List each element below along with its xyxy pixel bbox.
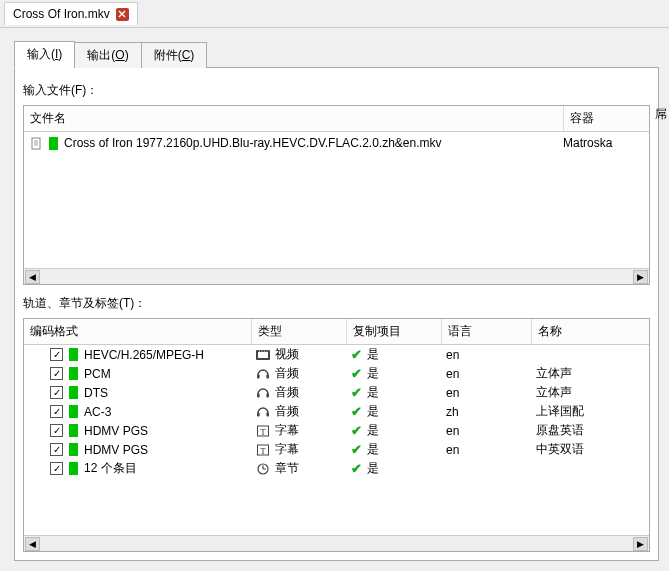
track-copy: 是	[367, 460, 379, 477]
track-list: 编码格式 类型 复制项目 语言 名称 ✓HEVC/H.265/MPEG-H视频✔…	[23, 318, 650, 552]
check-icon: ✔	[351, 461, 362, 476]
track-row[interactable]: ✓HDMV PGST字幕✔是en原盘英语	[24, 421, 649, 440]
file-list-header: 文件名 容器	[24, 106, 649, 132]
check-icon: ✔	[351, 385, 362, 400]
file-name: Cross of Iron 1977.2160p.UHD.Blu-ray.HEV…	[64, 136, 557, 150]
track-row[interactable]: ✓AC-3音频✔是zh上译国配	[24, 402, 649, 421]
track-type: 音频	[275, 384, 299, 401]
svg-rect-7	[257, 374, 260, 378]
track-row[interactable]: ✓HEVC/H.265/MPEG-H视频✔是en	[24, 345, 649, 364]
track-type: 章节	[275, 460, 299, 477]
track-list-body: ✓HEVC/H.265/MPEG-H视频✔是en✓PCM音频✔是en立体声✓DT…	[24, 345, 649, 535]
track-name: 上译国配	[532, 403, 649, 420]
track-name: 中英双语	[532, 441, 649, 458]
track-row[interactable]: ✓12 个条目章节✔是	[24, 459, 649, 478]
file-list: 文件名 容器 Cross of Iron 1977.2160p.UHD.Blu-…	[23, 105, 650, 285]
col-filename[interactable]: 文件名	[24, 106, 564, 131]
track-copy: 是	[367, 365, 379, 382]
svg-point-6	[266, 350, 267, 351]
status-chip	[69, 348, 78, 361]
scroll-left-icon[interactable]: ◀	[25, 537, 40, 551]
check-icon: ✔	[351, 404, 362, 419]
col-trackname[interactable]: 名称	[532, 319, 649, 344]
close-icon[interactable]	[116, 8, 129, 21]
horizontal-scrollbar-tracks[interactable]: ◀ ▶	[24, 535, 649, 551]
svg-rect-0	[32, 138, 40, 149]
track-name: 立体声	[532, 384, 649, 401]
check-icon: ✔	[351, 442, 362, 457]
track-codec: DTS	[84, 386, 108, 400]
track-checkbox[interactable]: ✓	[50, 367, 63, 380]
track-row[interactable]: ✓PCM音频✔是en立体声	[24, 364, 649, 383]
track-checkbox[interactable]: ✓	[50, 405, 63, 418]
track-type: 字幕	[275, 441, 299, 458]
file-row[interactable]: Cross of Iron 1977.2160p.UHD.Blu-ray.HEV…	[24, 132, 649, 154]
svg-point-5	[264, 350, 265, 351]
tab-attachments[interactable]: 附件(C)	[141, 42, 208, 68]
track-name: 立体声	[532, 365, 649, 382]
track-lang: en	[442, 367, 532, 381]
svg-point-3	[259, 350, 260, 351]
tab-attachments-label: 附件	[154, 48, 178, 62]
track-lang: zh	[442, 405, 532, 419]
status-chip	[69, 386, 78, 399]
col-codec[interactable]: 编码格式	[24, 319, 252, 344]
track-codec: HDMV PGS	[84, 424, 148, 438]
svg-point-4	[261, 350, 262, 351]
track-codec: 12 个条目	[84, 460, 137, 477]
subtitle-icon: T	[256, 425, 270, 437]
subtitle-icon: T	[256, 444, 270, 456]
main-window: Cross Of Iron.mkv 输入(I) 输出(O) 附件(C) 输入文件…	[0, 0, 669, 571]
track-codec: HEVC/H.265/MPEG-H	[84, 348, 204, 362]
col-type[interactable]: 类型	[252, 319, 347, 344]
scroll-right-icon[interactable]: ▶	[633, 537, 648, 551]
track-copy: 是	[367, 422, 379, 439]
status-chip	[69, 424, 78, 437]
track-checkbox[interactable]: ✓	[50, 462, 63, 475]
document-tab[interactable]: Cross Of Iron.mkv	[4, 2, 138, 25]
track-type: 视频	[275, 346, 299, 363]
check-icon: ✔	[351, 366, 362, 381]
tracks-label: 轨道、章节及标签(T)：	[23, 295, 650, 312]
tab-input[interactable]: 输入(I)	[14, 41, 75, 68]
audio-icon	[256, 406, 270, 418]
svg-rect-10	[266, 393, 269, 397]
file-container: Matroska	[563, 136, 643, 150]
chapter-icon	[256, 463, 270, 475]
track-type: 音频	[275, 403, 299, 420]
track-checkbox[interactable]: ✓	[50, 443, 63, 456]
track-copy: 是	[367, 384, 379, 401]
tab-input-label: 输入	[27, 47, 51, 61]
status-chip	[69, 443, 78, 456]
scroll-right-icon[interactable]: ▶	[633, 270, 648, 284]
track-row[interactable]: ✓DTS音频✔是en立体声	[24, 383, 649, 402]
horizontal-scrollbar[interactable]: ◀ ▶	[24, 268, 649, 284]
svg-text:T: T	[260, 445, 266, 455]
file-icon	[30, 137, 43, 150]
track-lang: en	[442, 424, 532, 438]
status-chip	[49, 137, 58, 150]
video-icon	[256, 349, 270, 361]
track-checkbox[interactable]: ✓	[50, 348, 63, 361]
track-row[interactable]: ✓HDMV PGST字幕✔是en中英双语	[24, 440, 649, 459]
track-copy: 是	[367, 441, 379, 458]
svg-rect-9	[257, 393, 260, 397]
svg-rect-2	[258, 352, 268, 358]
track-checkbox[interactable]: ✓	[50, 424, 63, 437]
status-chip	[69, 462, 78, 475]
track-list-header: 编码格式 类型 复制项目 语言 名称	[24, 319, 649, 345]
col-copy[interactable]: 复制项目	[347, 319, 442, 344]
audio-icon	[256, 387, 270, 399]
col-lang[interactable]: 语言	[442, 319, 532, 344]
tab-output[interactable]: 输出(O)	[74, 42, 141, 68]
track-copy: 是	[367, 403, 379, 420]
svg-rect-12	[266, 412, 269, 416]
track-checkbox[interactable]: ✓	[50, 386, 63, 399]
check-icon: ✔	[351, 347, 362, 362]
track-codec: PCM	[84, 367, 111, 381]
track-lang: en	[442, 348, 532, 362]
content-area: 输入(I) 输出(O) 附件(C) 输入文件(F)： 文件名 容器 Cross …	[0, 28, 669, 571]
scroll-left-icon[interactable]: ◀	[25, 270, 40, 284]
track-copy: 是	[367, 346, 379, 363]
col-container[interactable]: 容器	[564, 106, 649, 131]
